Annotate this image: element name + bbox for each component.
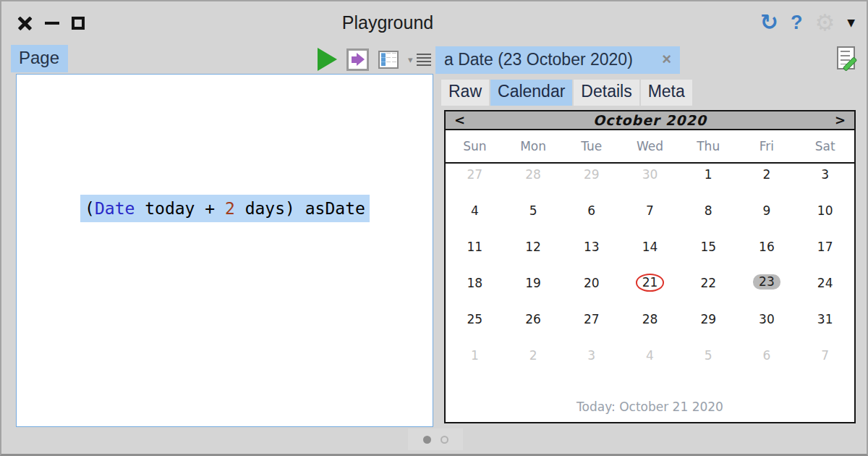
calendar-day-number: 20 [584, 276, 600, 290]
calendar-day-number: 28 [525, 167, 541, 182]
toolbar-menu[interactable]: ▾ [408, 54, 431, 66]
calendar-day[interactable]: 3 [562, 346, 621, 382]
table-column [386, 53, 391, 66]
calendar-day-number: 28 [642, 312, 658, 326]
code-line[interactable]: (Date today + 2 days) asDate [20, 180, 370, 237]
calendar-day-number: 4 [646, 348, 654, 363]
calendar-day[interactable]: 4 [621, 346, 679, 382]
tab-meta[interactable]: Meta [641, 80, 692, 106]
calendar-day[interactable]: 31 [796, 310, 854, 346]
window-menu-caret-icon[interactable]: ▼ [847, 17, 855, 28]
calendar-day-number: 29 [584, 167, 600, 182]
tab-raw[interactable]: Raw [441, 80, 489, 106]
editor-toolbar: ▾ [318, 46, 431, 72]
calendar-day[interactable]: 6 [738, 346, 796, 382]
page-dot-inactive[interactable] [441, 436, 448, 444]
calendar-day-number: 9 [763, 203, 771, 218]
calendar-day[interactable]: 5 [679, 346, 738, 382]
calendar-day[interactable]: 12 [504, 237, 563, 274]
calendar-day[interactable]: 18 [446, 274, 504, 310]
gear-icon[interactable]: ⚙ [814, 12, 835, 34]
calendar-day[interactable]: 7 [621, 201, 679, 237]
dropdown-caret-icon: ▾ [408, 54, 413, 65]
publish-icon[interactable] [346, 48, 369, 71]
code-token: days) asDate [235, 199, 365, 218]
calendar-day-number: 18 [467, 276, 483, 290]
calendar-header: < October 2020 > [446, 111, 854, 130]
calendar-day[interactable]: 23 [738, 274, 796, 310]
calendar-day[interactable]: 28 [621, 310, 679, 346]
calendar-day[interactable]: 24 [796, 274, 854, 310]
calendar-day[interactable]: 7 [796, 346, 854, 382]
page-dot-active[interactable] [423, 436, 431, 444]
calendar-day[interactable]: 25 [446, 310, 504, 346]
refresh-icon[interactable]: ↻ [760, 12, 778, 33]
inspector-tab-close-icon[interactable]: × [662, 51, 671, 67]
window-title: Playground [1, 12, 774, 33]
calendar-day-number: 6 [587, 203, 595, 218]
calendar-day[interactable]: 2 [504, 346, 563, 382]
calendar-day-selected: 23 [753, 274, 780, 290]
window-actions: ↻ ? ⚙ ▼ [760, 7, 855, 38]
edit-document-icon[interactable] [837, 46, 855, 69]
calendar-day[interactable]: 26 [504, 310, 563, 346]
calendar-day[interactable]: 15 [679, 237, 738, 274]
calendar-day-number: 2 [529, 348, 537, 363]
calendar-grid: 2728293012345678910111213141516171819202… [446, 164, 854, 382]
calendar-day-number: 5 [529, 203, 537, 218]
calendar-day-number: 27 [584, 312, 600, 326]
calendar-day[interactable]: 30 [621, 165, 679, 201]
calendar-day[interactable]: 19 [504, 274, 563, 310]
calendar-day[interactable]: 17 [796, 237, 854, 274]
tab-calendar[interactable]: Calendar [490, 80, 572, 106]
code-token: ( [85, 199, 95, 218]
calendar-day[interactable]: 2 [738, 165, 796, 201]
table-column [392, 53, 396, 66]
calendar-day-number: 17 [817, 240, 833, 254]
next-month-button[interactable]: > [826, 114, 854, 127]
calendar-day-number: 29 [700, 312, 716, 326]
calendar-day-number: 5 [705, 348, 712, 363]
calendar-day[interactable]: 22 [679, 274, 738, 310]
calendar-day[interactable]: 28 [504, 165, 563, 201]
calendar-day[interactable]: 6 [562, 201, 621, 237]
calendar-day[interactable]: 20 [562, 274, 621, 310]
calendar-day[interactable]: 5 [504, 201, 563, 237]
tab-details[interactable]: Details [574, 80, 639, 106]
calendar-day[interactable]: 11 [446, 237, 504, 274]
calendar-day[interactable]: 9 [738, 201, 796, 237]
calendar-day[interactable]: 10 [796, 201, 854, 237]
prev-month-button[interactable]: < [446, 114, 474, 127]
calendar-day-number: 27 [467, 167, 483, 182]
calendar-day[interactable]: 21 [621, 274, 679, 310]
help-icon[interactable]: ? [791, 13, 803, 33]
weekday-label: Wed [621, 139, 679, 153]
calendar-day[interactable]: 29 [562, 165, 621, 201]
calendar-day[interactable]: 13 [562, 237, 621, 274]
publish-arrow-stem [352, 56, 357, 63]
page-tab[interactable]: Page [11, 45, 68, 72]
calendar-day[interactable]: 14 [621, 237, 679, 274]
inspector-tab[interactable]: a Date (23 October 2020) × [435, 46, 680, 74]
calendar-day[interactable]: 27 [562, 310, 621, 346]
calendar-day[interactable]: 3 [796, 165, 854, 201]
calendar-day[interactable]: 29 [679, 310, 738, 346]
code-editor[interactable]: (Date today + 2 days) asDate [16, 74, 433, 427]
table-column-blue [381, 53, 386, 66]
calendar-day[interactable]: 27 [446, 165, 504, 201]
calendar-today-label: Today: October 21 2020 [446, 382, 854, 422]
calendar-day-number: 14 [642, 240, 658, 254]
calendar-day[interactable]: 30 [738, 310, 796, 346]
weekday-label: Fri [738, 139, 796, 153]
calendar-day-number: 12 [525, 240, 541, 254]
calendar-day-number: 1 [705, 167, 712, 182]
weekday-label: Sun [446, 139, 504, 153]
calendar-day-number: 24 [817, 276, 833, 290]
calendar-day[interactable]: 1 [679, 165, 738, 201]
calendar-day[interactable]: 4 [446, 201, 504, 237]
calendar-day[interactable]: 8 [679, 201, 738, 237]
calendar-day[interactable]: 16 [738, 237, 796, 274]
inspect-table-icon[interactable] [378, 51, 399, 69]
calendar-day[interactable]: 1 [446, 346, 504, 382]
play-icon[interactable] [318, 48, 337, 71]
